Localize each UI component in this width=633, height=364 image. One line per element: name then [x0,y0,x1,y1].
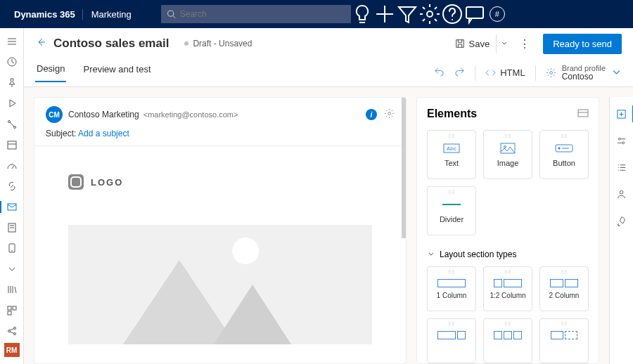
svg-point-60 [620,190,623,194]
tab-design[interactable]: Design [35,63,66,82]
logo-block[interactable]: LOGO [68,174,372,190]
elements-panel-title: Elements [427,108,589,120]
panel-layout-icon[interactable] [577,108,589,120]
logo-icon [68,174,84,190]
hamburger-icon[interactable] [0,32,24,50]
account-avatar[interactable]: # [486,0,509,28]
lightbulb-icon[interactable] [351,0,373,28]
blocks-icon[interactable] [0,301,24,319]
svg-point-44 [558,148,560,149]
layout-2-1-column[interactable]: ⠿⠿ [427,318,476,363]
rail-outline-icon[interactable] [610,159,634,176]
logo-text: LOGO [91,177,123,188]
element-button[interactable]: ⠿⠿ Button [539,130,589,179]
app-brand[interactable]: Dynamics 365 [7,9,82,20]
tab-preview[interactable]: Preview and test [82,64,152,82]
svg-point-36 [388,112,391,115]
brand-profile-selector[interactable]: Brand profile Contoso [546,64,622,82]
command-bar: Contoso sales email Draft - Unsaved Save… [24,28,633,59]
share-icon[interactable] [0,323,24,340]
subject-label: Subject: [46,129,76,138]
element-divider[interactable]: ⠿⠿ Divider [427,186,476,235]
svg-rect-28 [8,311,11,315]
chevron-down-icon [611,67,622,78]
journey-icon[interactable] [0,115,24,133]
tabs-row: Design Preview and test HTML Brand profi… [24,59,633,87]
hero-image-placeholder[interactable] [68,225,372,344]
email-header: CM Contoso Marketing <marketing@contoso.… [34,98,406,129]
canvas-body[interactable]: LOGO [34,146,406,363]
element-image[interactable]: ⠿⠿ Image [483,130,532,179]
elements-panel: Elements ⠿⠿ Abc Text ⠿⠿ Image ⠿⠿ Button … [416,97,599,364]
rail-settings-icon[interactable] [610,132,634,149]
search-icon [167,9,176,19]
recent-icon[interactable] [0,53,24,70]
svg-rect-34 [456,40,463,48]
layout-2-column[interactable]: ⠿⠿ 2 Column [539,266,589,311]
svg-rect-26 [8,306,11,310]
email-canvas[interactable]: CM Contoso Marketing <marketing@contoso.… [34,97,407,364]
save-chevron[interactable] [496,34,512,53]
svg-point-0 [167,11,173,16]
sender-avatar: CM [46,106,63,123]
svg-line-25 [15,287,16,293]
gear-icon[interactable] [418,0,441,28]
device-icon[interactable] [0,240,24,257]
form-icon[interactable] [0,219,24,236]
sender-name: Contoso Marketing [68,110,139,119]
subject-row: Subject: Add a subject [34,129,406,146]
svg-line-15 [12,166,14,169]
svg-rect-13 [8,141,16,149]
editor-content: CM Contoso Marketing <marketing@contoso.… [24,87,633,364]
undo-button[interactable] [434,66,445,79]
svg-point-42 [504,146,506,148]
svg-rect-6 [466,7,483,18]
add-icon[interactable] [373,0,396,28]
more-menu[interactable]: ⋮ [512,37,537,51]
chevron-down-icon[interactable] [0,260,24,278]
layout-section-header[interactable]: Layout section types [427,249,589,259]
add-subject-link[interactable]: Add a subject [78,129,129,138]
rail-elements-icon[interactable] [610,105,634,122]
layout-1-column[interactable]: ⠿⠿ 1 Column [427,266,476,311]
svg-point-35 [549,72,552,74]
draft-status: Draft - Unsaved [184,39,252,48]
svg-point-50 [618,138,620,140]
svg-point-51 [622,141,625,143]
help-icon[interactable] [441,0,463,28]
save-button[interactable]: Save [452,35,494,53]
rail-personalize-icon[interactable] [610,186,634,202]
play-icon[interactable] [0,94,24,112]
calendar-icon[interactable] [0,136,24,153]
search-input[interactable] [180,9,345,19]
redo-button[interactable] [454,66,465,79]
canvas-scrollbar[interactable] [402,98,406,363]
library-icon[interactable] [0,281,24,299]
brand-profile-value: Contoso [562,72,606,82]
html-toggle[interactable]: HTML [485,67,525,78]
global-search[interactable] [161,5,351,23]
pin-icon[interactable] [0,74,24,91]
email-icon[interactable] [0,198,24,216]
chat-icon[interactable] [463,0,486,28]
top-navbar: Dynamics 365 Marketing # [0,0,633,28]
rail-rocket-icon[interactable] [610,212,634,229]
layout-custom-column[interactable]: ⠿⠿ [539,318,589,363]
info-icon[interactable]: i [366,109,377,120]
svg-rect-37 [578,110,588,117]
main-area: Contoso sales email Draft - Unsaved Save… [24,28,633,364]
back-button[interactable] [35,37,46,51]
layout-3-column[interactable]: ⠿⠿ [483,318,532,363]
page-title: Contoso sales email [53,37,169,51]
svg-line-32 [10,329,14,331]
svg-text:Abc: Abc [447,145,456,152]
header-gear-icon[interactable] [384,108,395,122]
gauge-icon[interactable] [0,157,24,174]
layout-1-2-column[interactable]: ⠿⠿ 1:2 Column [483,266,532,311]
filter-icon[interactable] [396,0,418,28]
element-text[interactable]: ⠿⠿ Abc Text [427,130,476,179]
link-icon[interactable] [0,177,24,195]
app-module[interactable]: Marketing [82,9,140,20]
user-avatar-tile[interactable]: RM [4,343,20,357]
ready-to-send-button[interactable]: Ready to send [543,34,622,54]
